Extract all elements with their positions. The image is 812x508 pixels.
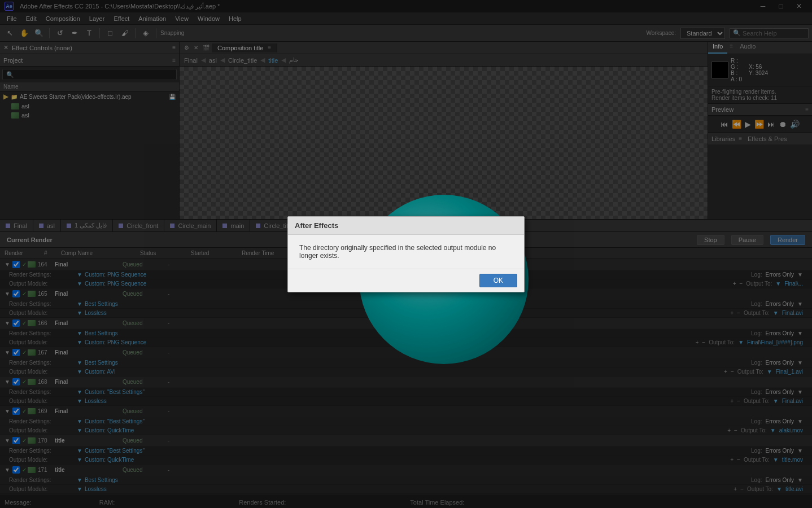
dialog-box: After Effects The directory originally s… (287, 216, 525, 292)
dialog-body: The directory originally specified in th… (288, 235, 524, 269)
dialog-overlay: After Effects The directory originally s… (0, 0, 812, 508)
dialog-ok-button[interactable]: OK (479, 274, 517, 287)
dialog-title-bar: After Effects (288, 217, 524, 235)
dialog-footer: OK (288, 269, 524, 292)
dialog-title: After Effects (295, 221, 338, 230)
dialog-message: The directory originally specified in th… (299, 244, 496, 260)
